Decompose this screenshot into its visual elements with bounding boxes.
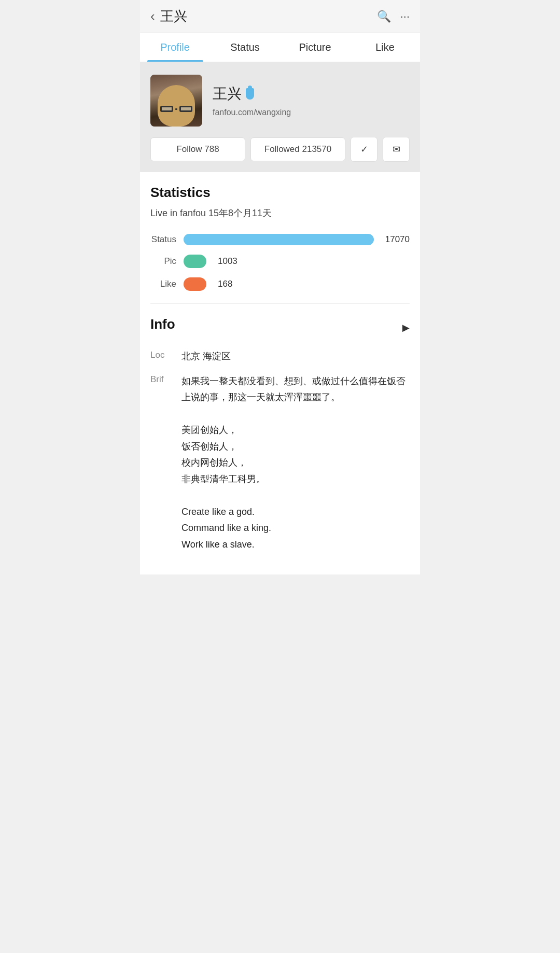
profile-top: 王兴 fanfou.com/wangxing	[150, 75, 410, 127]
verified-badge	[246, 88, 254, 100]
followed-button[interactable]: Followed 213570	[250, 137, 345, 161]
profile-url: fanfou.com/wangxing	[213, 108, 410, 117]
main-content: Statistics Live in fanfou 15年8个月11天 Stat…	[140, 172, 420, 574]
info-val-loc: 北京 海淀区	[181, 349, 410, 364]
tab-profile[interactable]: Profile	[140, 33, 210, 62]
back-button[interactable]: ‹	[150, 8, 155, 24]
message-icon: ✉	[393, 144, 400, 155]
stat-row-status: Status 17070	[150, 234, 410, 245]
stat-label-like: Like	[150, 279, 176, 289]
info-title: Info	[150, 316, 175, 332]
stat-row-like: Like 168	[150, 277, 410, 291]
tabs: Profile Status Picture Like	[140, 33, 420, 62]
stat-value-pic: 1003	[218, 256, 237, 267]
header-right: 🔍 ···	[377, 10, 410, 23]
header-left: ‹ 王兴	[150, 7, 187, 25]
search-icon[interactable]: 🔍	[377, 10, 391, 23]
stat-value-status: 17070	[385, 234, 410, 245]
statistics-title: Statistics	[150, 185, 410, 201]
info-header: Info ▶	[150, 316, 410, 339]
more-icon[interactable]: ···	[400, 10, 410, 23]
stat-label-pic: Pic	[150, 256, 176, 267]
bar-status	[184, 234, 374, 245]
dot-like	[184, 277, 206, 291]
message-button[interactable]: ✉	[383, 137, 410, 162]
profile-section: 王兴 fanfou.com/wangxing Follow 788 Follow…	[140, 62, 420, 172]
check-icon: ✓	[360, 144, 368, 155]
stat-bar-status	[184, 234, 374, 245]
stat-label-status: Status	[150, 234, 176, 245]
profile-name: 王兴	[213, 84, 242, 104]
avatar	[150, 75, 202, 127]
tab-like[interactable]: Like	[350, 33, 420, 62]
follow-button[interactable]: Follow 788	[150, 137, 245, 161]
header: ‹ 王兴 🔍 ···	[140, 0, 420, 33]
profile-info: 王兴 fanfou.com/wangxing	[213, 84, 410, 117]
profile-actions: Follow 788 Followed 213570 ✓ ✉	[150, 137, 410, 162]
info-row-location: Loc 北京 海淀区	[150, 349, 410, 364]
statistics-subtitle: Live in fanfou 15年8个月11天	[150, 207, 410, 219]
info-row-brief: Brif 如果我一整天都没看到、想到、或做过什么值得在饭否上说的事，那这一天就太…	[150, 373, 410, 553]
info-key-loc: Loc	[150, 349, 173, 360]
info-val-brif: 如果我一整天都没看到、想到、或做过什么值得在饭否上说的事，那这一天就太浑浑噩噩了…	[181, 373, 410, 553]
check-button[interactable]: ✓	[351, 137, 377, 162]
stat-value-like: 168	[218, 279, 232, 289]
info-key-brif: Brif	[150, 373, 173, 385]
divider	[150, 303, 410, 304]
profile-name-row: 王兴	[213, 84, 410, 104]
tab-picture[interactable]: Picture	[280, 33, 350, 62]
header-title: 王兴	[160, 7, 187, 25]
info-arrow-icon[interactable]: ▶	[402, 322, 410, 333]
tab-status[interactable]: Status	[210, 33, 280, 62]
stat-row-pic: Pic 1003	[150, 255, 410, 268]
dot-pic	[184, 255, 206, 268]
